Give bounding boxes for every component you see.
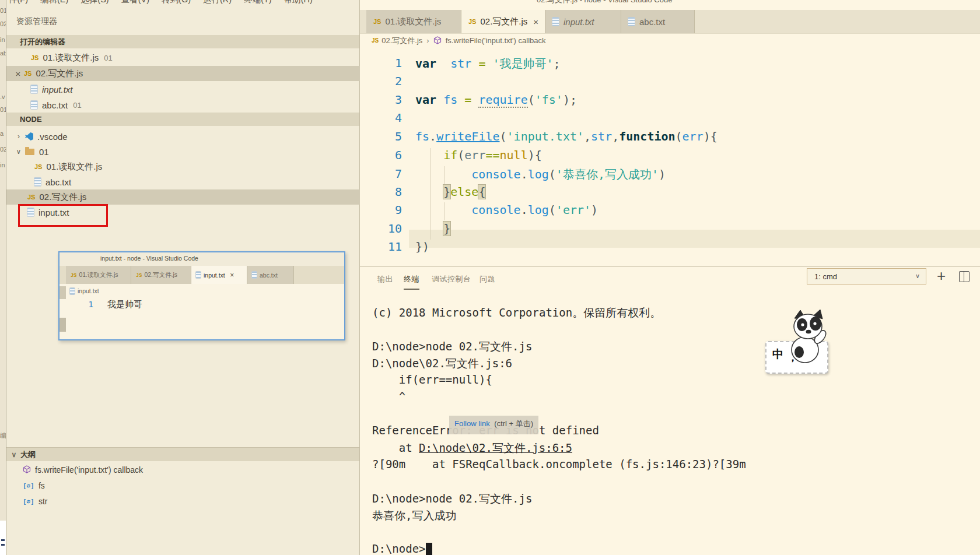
menu-go[interactable]: 转到(G) <box>162 0 191 4</box>
terminal-shell-select[interactable]: 1: cmd ∨ <box>807 268 926 284</box>
dog-mascot-icon <box>784 308 830 368</box>
mini-tab-input: input.txt × <box>191 266 247 284</box>
mini-window-title: input.txt - node - Visual Studio Code <box>100 255 198 262</box>
open-editors-header[interactable]: 打开的编辑器 <box>6 35 359 48</box>
js-file-icon: JS <box>71 272 76 278</box>
terminal-line: D:\node\02.写文件.js:6 <box>372 356 512 371</box>
menu-edit[interactable]: 编辑(E) <box>40 0 68 4</box>
terminal-stack-line: at D:\node\02.写文件.js:6:5 <box>372 441 572 456</box>
code-line: 7 console.log('恭喜你,写入成功') <box>360 166 980 184</box>
menu-selection[interactable]: 选择(S) <box>80 0 108 4</box>
code-line: 2 <box>360 73 980 92</box>
mini-breadcrumb: input.txt <box>70 286 99 296</box>
code-line: 9 console.log('err') <box>360 202 980 220</box>
chevron-right-icon: › <box>15 132 23 140</box>
open-editor-item-abc[interactable]: abc.txt 01 <box>6 97 384 113</box>
embedded-screenshot-window: input.txt - node - Visual Studio Code JS… <box>58 251 345 340</box>
tree-item-abc-txt[interactable]: abc.txt <box>6 174 387 189</box>
line-number: 5 <box>360 129 402 143</box>
mini-line-text: 我是帅哥 <box>107 299 142 310</box>
text-file-icon <box>196 272 201 278</box>
code-line: 10 } <box>360 221 980 239</box>
outline-item-str[interactable]: [∅] str <box>6 494 376 509</box>
folder-icon <box>25 149 34 155</box>
editor-tabbar: JS 01.读取文件.js JS 02.写文件.js × input.txt a… <box>360 10 980 34</box>
file-label: 02.写文件.js <box>36 68 83 79</box>
breadcrumb[interactable]: JS 02.写文件.js › fs.writeFile('input.txt')… <box>372 33 546 48</box>
shell-select-value: 1: cmd <box>814 272 837 281</box>
open-editor-item-input[interactable]: input.txt <box>6 82 384 97</box>
strip-marks <box>1 539 5 541</box>
panel-tab-output[interactable]: 输出 <box>377 274 393 284</box>
tooltip-hint: (ctrl + 单击) <box>494 419 533 428</box>
mini-editor-line: 1 我是帅哥 <box>60 298 344 315</box>
close-icon[interactable]: × <box>533 17 538 27</box>
line-number: 1 <box>360 56 402 70</box>
explorer-section-header[interactable]: NODE <box>6 113 359 126</box>
outline-header[interactable]: ∨ 大纲 <box>6 448 359 461</box>
js-file-icon: JS <box>468 18 476 25</box>
terminal-file-link[interactable]: D:\node\02.写文件.js:6:5 <box>419 441 572 454</box>
terminal-line: if(err==null){ <box>372 373 492 386</box>
tree-item-vscode[interactable]: › .vscode <box>6 129 368 144</box>
tab-abc-txt[interactable]: abc.txt <box>621 10 695 33</box>
line-number: 6 <box>360 148 402 162</box>
menu-view[interactable]: 查看(V) <box>121 0 149 4</box>
strip-white-block <box>0 521 6 555</box>
menu-file[interactable]: 件(F) <box>9 0 28 4</box>
panel-tab-debug-console[interactable]: 调试控制台 <box>432 274 471 284</box>
outline-label: str <box>38 497 48 506</box>
ime-chinese-mode-icon: 中 <box>772 347 783 362</box>
panel-tab-terminal[interactable]: 终端 <box>404 274 419 290</box>
panel-tab-problems[interactable]: 问题 <box>480 274 495 284</box>
mini-tabbar: JS 01.读取文件.js JS 02.写文件.js input.txt × a… <box>60 266 344 284</box>
outline-item-fs[interactable]: [∅] fs <box>6 478 376 493</box>
outline-item-callback[interactable]: fs.writeFile('input.txt') callback <box>6 462 376 477</box>
text-file-icon <box>34 178 41 186</box>
symbol-cube-icon <box>433 36 442 46</box>
file-label: abc.txt <box>42 100 68 110</box>
terminal-line: ^ <box>372 390 405 403</box>
line-number: 4 <box>360 111 402 125</box>
mini-tab-02: JS 02.写文件.js <box>131 266 191 284</box>
outline-label: fs.writeFile('input.txt') callback <box>35 465 143 475</box>
code-line: 6 if(err==null){ <box>360 147 980 166</box>
chevron-down-icon: ∨ <box>10 451 18 459</box>
menubar: 件(F)编辑(E)选择(S)查看(V)转到(G)运行(R)终端(T)帮助(H) <box>9 0 325 5</box>
tree-item-01-js[interactable]: JS 01.读取文件.js <box>6 159 387 174</box>
close-icon[interactable]: × <box>13 69 23 79</box>
mini-tab-01: JS 01.读取文件.js <box>66 266 131 284</box>
terminal-cursor <box>426 543 432 555</box>
split-terminal-icon[interactable] <box>959 271 970 282</box>
menu-help[interactable]: 帮助(H) <box>284 0 313 4</box>
new-terminal-button[interactable]: + <box>937 267 946 285</box>
text-file-icon <box>628 17 635 26</box>
code-line: 4 <box>360 110 980 128</box>
line-number: 3 <box>360 93 402 107</box>
code-editor[interactable]: 1 var str = '我是帅哥'; 2 3 var fs = require… <box>360 47 980 266</box>
mini-rail-block <box>60 318 66 332</box>
text-file-icon <box>252 272 257 278</box>
code-line: 8 }else{ <box>360 184 980 202</box>
menu-terminal[interactable]: 终端(T) <box>244 0 272 4</box>
folder-badge: 01 <box>73 101 81 110</box>
tree-label: .vscode <box>37 132 68 142</box>
js-file-icon: JS <box>34 163 42 170</box>
open-editor-item-02[interactable]: × JS 02.写文件.js <box>6 66 366 81</box>
vscode-folder-icon <box>25 132 33 140</box>
tab-input-txt[interactable]: input.txt <box>545 10 621 33</box>
tree-item-02-js[interactable]: JS 02.写文件.js <box>6 189 380 205</box>
follow-link-tooltip: Follow link (ctrl + 单击) <box>449 416 538 434</box>
line-number: 11 <box>360 240 402 254</box>
background-window-strip: 01 02 in ab .v 01 a 02 in 编辑 <box>0 0 6 555</box>
code-line: 3 var fs = require('fs'); <box>360 92 980 110</box>
tab-02-js-active[interactable]: JS 02.写文件.js × <box>461 10 545 33</box>
tab-01-js[interactable]: JS 01.读取文件.js <box>366 10 461 33</box>
tooltip-link[interactable]: Follow link <box>454 419 490 428</box>
menu-run[interactable]: 运行(R) <box>203 0 232 4</box>
explorer-title: 资源管理器 <box>16 16 57 27</box>
open-editor-item-01[interactable]: JS 01.读取文件.js 01 <box>6 50 384 65</box>
tree-item-folder-01[interactable]: ∨ 01 <box>6 144 368 159</box>
terminal-line: D:\node>node 02.写文件.js <box>372 491 532 507</box>
chevron-down-icon: ∨ <box>915 272 920 280</box>
